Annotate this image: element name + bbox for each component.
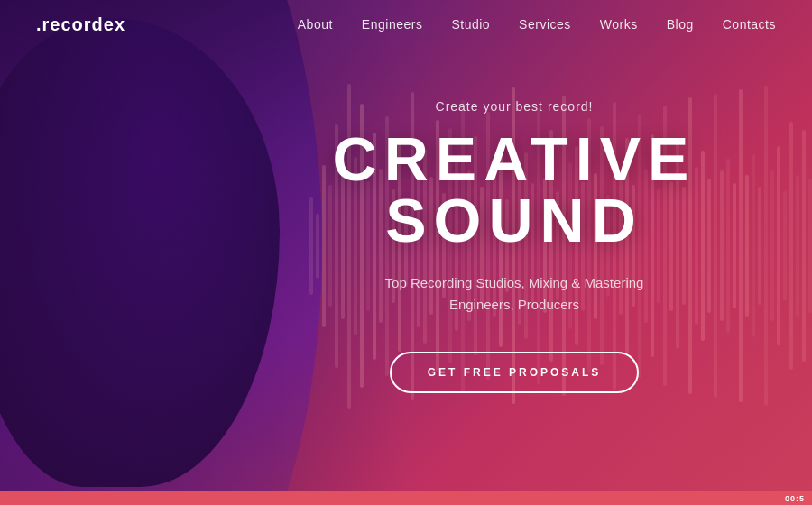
nav-links-list: AboutEngineersStudioServicesWorksBlogCon… <box>298 16 776 32</box>
hero-subtitle-line2: Engineers, Producers <box>449 297 579 312</box>
hero-subtitle-line1: Top Recording Studios, Mixing & Masterin… <box>385 275 644 290</box>
bottom-progress-bar: 00:5 <box>0 491 812 505</box>
nav-link-blog[interactable]: Blog <box>667 17 694 32</box>
nav-link-contacts[interactable]: Contacts <box>723 17 776 32</box>
hero-content: Create your best record! CREATIVE SOUND … <box>244 99 785 393</box>
hero-subtitle: Top Recording Studios, Mixing & Masterin… <box>244 272 785 316</box>
timer-display: 00:5 <box>785 494 805 503</box>
brand-logo[interactable]: .recordex <box>36 14 125 35</box>
nav-link-services[interactable]: Services <box>519 17 571 32</box>
nav-link-studio[interactable]: Studio <box>451 17 490 32</box>
nav-link-works[interactable]: Works <box>600 17 638 32</box>
hero-tagline: Create your best record! <box>244 99 785 114</box>
cta-button[interactable]: GET FREE PROPOSALS <box>390 352 640 393</box>
hero-section: .recordex AboutEngineersStudioServicesWo… <box>0 0 812 491</box>
nav-link-about[interactable]: About <box>298 17 333 32</box>
main-navbar: .recordex AboutEngineersStudioServicesWo… <box>0 0 812 49</box>
nav-link-engineers[interactable]: Engineers <box>362 17 423 32</box>
hero-title: CREATIVE SOUND <box>244 128 785 251</box>
